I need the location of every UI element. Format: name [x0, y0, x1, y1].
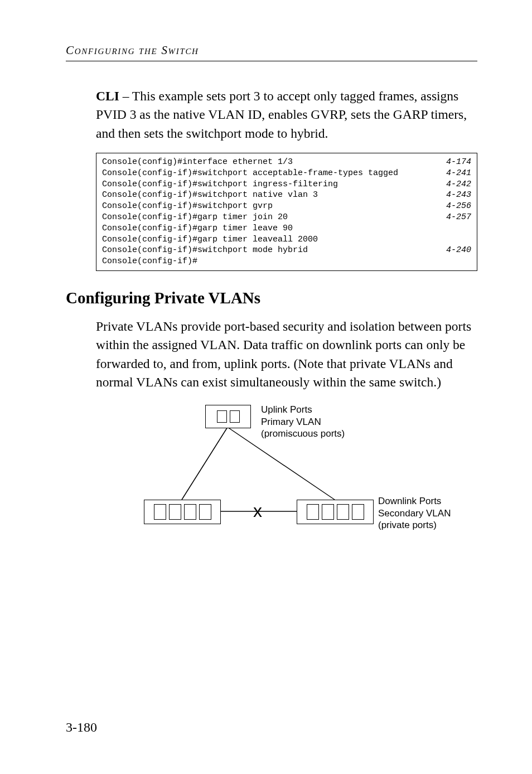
code-command: Console(config-if)#garp timer leave 90 [102, 223, 293, 234]
code-line: Console(config)#interface ethernet 1/34-… [102, 157, 471, 168]
section-paragraph: Private VLANs provide port-based securit… [66, 317, 477, 391]
port-square [217, 410, 227, 423]
code-command: Console(config-if)# [102, 256, 197, 267]
header-rule [66, 61, 477, 61]
uplink-label-line2: Primary VLAN [261, 417, 321, 427]
port-square [199, 504, 211, 520]
port-square [169, 504, 181, 520]
port-square [230, 410, 240, 423]
code-line: Console(config-if)#switchport gvrp4-256 [102, 201, 471, 212]
code-line: Console(config-if)#switchport mode hybri… [102, 245, 471, 256]
code-page-ref: 4-241 [439, 168, 471, 179]
intro-paragraph: CLI – This example sets port 3 to accept… [66, 87, 477, 143]
downlink-label-line3: (private ports) [378, 520, 437, 530]
code-command: Console(config-if)#garp timer leaveall 2… [102, 234, 318, 245]
vlan-diagram: x Uplink Ports Primary VLAN (promiscuous… [144, 404, 490, 538]
port-square [322, 504, 334, 520]
code-command: Console(config-if)#switchport native vla… [102, 190, 318, 201]
downlink-portbox-right [297, 500, 374, 524]
code-line: Console(config-if)#switchport acceptable… [102, 168, 471, 179]
uplink-label-line3: (promiscuous ports) [261, 428, 345, 439]
code-line: Console(config-if)# [102, 256, 471, 267]
code-page-ref [465, 223, 471, 234]
svg-line-0 [182, 427, 228, 500]
code-page-ref: 4-243 [439, 190, 471, 201]
x-mark: x [253, 501, 262, 521]
code-line: Console(config-if)#switchport native vla… [102, 190, 471, 201]
code-command: Console(config-if)#switchport ingress-fi… [102, 179, 338, 190]
uplink-label: Uplink Ports Primary VLAN (promiscuous p… [261, 404, 345, 439]
code-page-ref: 4-257 [439, 212, 471, 223]
downlink-label: Downlink Ports Secondary VLAN (private p… [378, 495, 451, 531]
downlink-label-line2: Secondary VLAN [378, 508, 451, 519]
port-square [352, 504, 364, 520]
downlink-portbox-left [144, 500, 221, 524]
code-command: Console(config)#interface ethernet 1/3 [102, 157, 293, 168]
code-page-ref: 4-174 [439, 157, 471, 168]
port-square [337, 504, 349, 520]
downlink-label-line1: Downlink Ports [378, 496, 441, 506]
port-square [154, 504, 166, 520]
uplink-label-line1: Uplink Ports [261, 404, 312, 415]
section-heading: Configuring Private VLANs [66, 289, 477, 307]
code-page-ref [465, 234, 471, 245]
port-square [184, 504, 196, 520]
code-command: Console(config-if)#switchport acceptable… [102, 168, 398, 179]
page-number: 3-180 [66, 720, 97, 735]
cli-code-block: Console(config)#interface ethernet 1/34-… [96, 153, 477, 271]
code-page-ref: 4-240 [439, 245, 471, 256]
running-head: Configuring the Switch [66, 43, 477, 57]
code-command: Console(config-if)#garp timer join 20 [102, 212, 288, 223]
code-line: Console(config-if)#switchport ingress-fi… [102, 179, 471, 190]
port-square [307, 504, 319, 520]
code-line: Console(config-if)#garp timer leaveall 2… [102, 234, 471, 245]
code-line: Console(config-if)#garp timer leave 90 [102, 223, 471, 234]
uplink-portbox [205, 405, 251, 428]
code-command: Console(config-if)#switchport mode hybri… [102, 245, 308, 256]
code-command: Console(config-if)#switchport gvrp [102, 201, 273, 212]
code-page-ref: 4-242 [439, 179, 471, 190]
code-line: Console(config-if)#garp timer join 204-2… [102, 212, 471, 223]
code-page-ref: 4-256 [439, 201, 471, 212]
code-page-ref [465, 256, 471, 267]
